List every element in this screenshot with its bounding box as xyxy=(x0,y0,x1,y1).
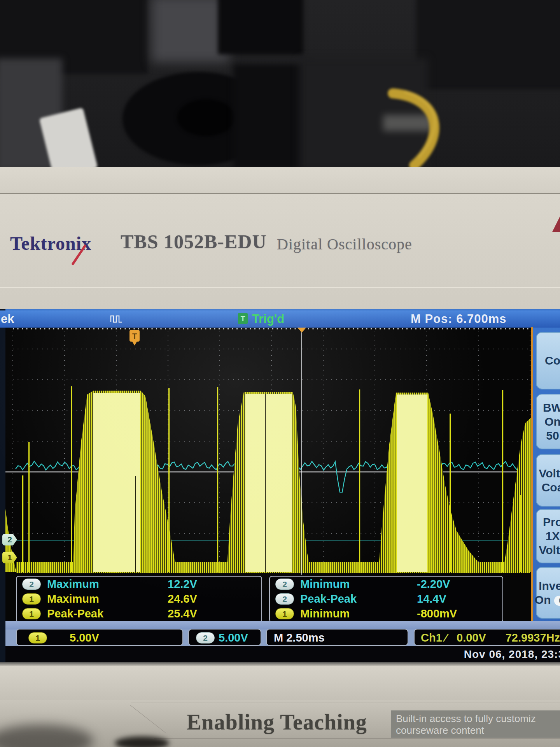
background-yellow-cable xyxy=(350,74,560,171)
info-line-2: courseware content xyxy=(396,724,558,736)
measurement-value: -2.20V xyxy=(417,578,450,591)
measurement-value: -800mV xyxy=(417,607,457,620)
lower-bezel xyxy=(0,666,560,700)
measurement-row: 2Peak-Peak14.4V xyxy=(270,591,502,606)
measurement-row: 1Maximum24.6V xyxy=(17,591,261,606)
ch1-volts-per-div: 5.00V xyxy=(70,631,99,644)
background-tape-roll-hole xyxy=(177,99,235,136)
measurement-label: Minimum xyxy=(300,607,350,620)
trigger-source: Ch1 xyxy=(421,631,442,644)
info-box: Built-in access to fully customiz course… xyxy=(391,710,560,738)
channel-badge: 1 xyxy=(22,608,41,619)
menu-button-label: BW xyxy=(543,401,560,415)
measurement-row: 2Maximum12.2V xyxy=(17,577,261,591)
horizontal-position-readout: M Pos: 6.700ms xyxy=(411,312,507,326)
menu-button-label: OnO xyxy=(535,593,560,607)
measurement-label: Peak-Peak xyxy=(300,593,357,605)
menu-button-1[interactable]: Co xyxy=(536,332,560,389)
date-bar: Nov 06, 2018, 23:3 xyxy=(5,646,560,662)
measurement-row: 1Minimum-800mV xyxy=(270,606,502,621)
menu-button-label: Co xyxy=(545,354,560,368)
ch2-volts-per-div: 5.00V xyxy=(219,631,248,644)
menu-toggle-pill: O xyxy=(554,596,560,606)
panel-groove-highlight xyxy=(0,287,560,288)
menu-button-label: 50 xyxy=(546,429,559,443)
model-number: TBS 1052B-EDU xyxy=(121,230,267,253)
datetime-readout: Nov 06, 2018, 23:3 xyxy=(464,648,560,661)
footer-plate-top-line xyxy=(131,703,560,703)
menu-button-label: Volts xyxy=(539,466,560,480)
menu-button-label: On xyxy=(544,415,560,429)
screen-left-border xyxy=(0,309,5,666)
measurement-value: 12.2V xyxy=(168,578,197,591)
footer-plate-bottom-line xyxy=(154,738,560,739)
cropped-tek-text: ek xyxy=(1,312,14,326)
menu-button-4[interactable]: Pro1XVolta xyxy=(536,509,560,563)
trigger-status-text: Trig'd xyxy=(252,312,284,326)
channel-badge: 1 xyxy=(275,608,294,619)
menu-button-3[interactable]: VoltsCoa xyxy=(536,454,560,507)
timebase-readout: M 2.50ms xyxy=(274,631,325,644)
shadow-knob xyxy=(115,736,169,747)
measurement-label: Peak-Peak xyxy=(47,607,103,620)
red-sticker-fragment xyxy=(552,216,560,232)
channel-badge: 2 xyxy=(22,579,41,590)
measurement-box-left: 2Maximum12.2V1Maximum24.6V1Peak-Peak25.4… xyxy=(16,576,262,622)
channel-badge: 2 xyxy=(275,593,294,605)
menu-button-2[interactable]: BWOn50 xyxy=(536,394,560,449)
measurement-row: 2Minimum-2.20V xyxy=(270,577,502,591)
menu-button-label: Inver xyxy=(539,579,560,593)
brand-logo: Tektronix xyxy=(10,233,91,254)
photo-of-oscilloscope: Tektronix TBS 1052B-EDU Digital Oscillos… xyxy=(0,0,560,747)
measurement-value: 14.4V xyxy=(417,593,446,605)
trigger-level: 0.00V xyxy=(457,631,486,644)
case-top-surface xyxy=(0,167,560,195)
background-scene xyxy=(0,0,560,171)
ch2-badge: 2 xyxy=(196,632,215,644)
ch1-scale-box: 1 5.00V xyxy=(16,629,183,646)
trigger-status-icon: T xyxy=(238,313,248,324)
measurement-value: 24.6V xyxy=(168,593,197,605)
measurement-box-right: 2Minimum-2.20V2Peak-Peak14.4V1Minimum-80… xyxy=(269,576,503,622)
separator-band xyxy=(5,621,560,630)
ch1-badge: 1 xyxy=(28,632,47,644)
menu-button-label: 1X xyxy=(546,529,560,543)
trigger-box: Ch1 ∕ 0.00V 72.9937Hz xyxy=(414,629,560,646)
menu-button-label: Pro xyxy=(543,515,560,529)
measurement-label: Minimum xyxy=(300,578,350,591)
menu-divider-line xyxy=(531,327,533,621)
menu-button-5[interactable]: InverOnO xyxy=(536,567,560,619)
menu-button-label: Volta xyxy=(539,543,560,557)
background-equipment xyxy=(218,0,303,54)
svg-text:T: T xyxy=(132,332,137,340)
measurement-value: 25.4V xyxy=(168,607,197,620)
screen-bottom-edge xyxy=(0,662,560,666)
measurement-label: Maximum xyxy=(47,578,99,591)
ch2-scale-box: 2 5.00V xyxy=(188,629,261,646)
measurement-row: 1Peak-Peak25.4V xyxy=(17,606,261,621)
channel-badge: 2 xyxy=(275,579,294,590)
peak-detect-icon xyxy=(110,314,124,324)
tagline: Enabling Teaching xyxy=(187,710,367,735)
menu-button-label: Coa xyxy=(542,480,560,494)
product-name: Digital Oscilloscope xyxy=(277,235,412,253)
measurement-label: Maximum xyxy=(47,593,99,605)
trigger-frequency: 72.9937Hz xyxy=(506,631,560,644)
waveform-display: T xyxy=(5,327,531,575)
rising-edge-icon: ∕ xyxy=(445,631,447,644)
info-line-1: Built-in access to fully customiz xyxy=(396,713,558,724)
channel-badge: 1 xyxy=(22,593,41,605)
timebase-box: M 2.50ms xyxy=(266,629,408,646)
